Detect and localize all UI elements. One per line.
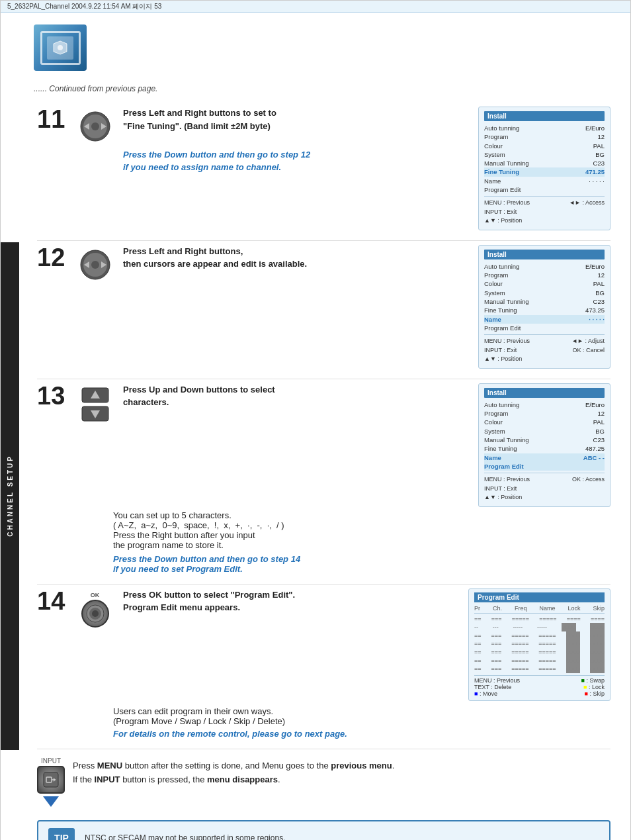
- left-right-remote-icon: [79, 110, 112, 143]
- step-13-instr: Press the Right button after you input: [113, 530, 610, 540]
- step-13-left: 13 Press Up and Down buttons to select c…: [37, 383, 458, 423]
- step-14-title: Press OK button to select "Program Edit"…: [123, 590, 295, 600]
- continued-text: ...... Continued from previous page.: [1, 77, 630, 107]
- row-13-fine-tuning: Fine Tuning487.25: [484, 444, 605, 453]
- row-13-name: NameABC - -: [484, 453, 605, 462]
- row-colour: ColourPAL: [484, 142, 605, 150]
- prog-row-3: ===============■■■■■■■■: [474, 631, 605, 640]
- row-autotuning: Auto tunningE/Euro: [484, 124, 605, 132]
- row-12-colour: ColourPAL: [484, 279, 605, 288]
- row-13-program-edit: Program Edit: [484, 462, 605, 471]
- ok-btn: [81, 600, 109, 628]
- install-screen-13: Install Auto tunningE/Euro Program12 Col…: [478, 383, 610, 507]
- step-13-text: Press Up and Down buttons to select char…: [123, 383, 458, 409]
- step-12-screen: Install Auto tunningE/Euro Program12 Col…: [472, 245, 610, 369]
- prog-row-1: =======================: [474, 615, 605, 624]
- row-13-manual-tuning: Manual TunningC23: [484, 436, 605, 444]
- step-14-row: 14 OK: [37, 588, 610, 701]
- prog-footer-row-2: TEXT : Delete■ : Lock: [474, 684, 605, 690]
- svg-point-17: [92, 610, 99, 617]
- step-11-icon: [77, 110, 113, 143]
- step-13-row: 13 Press Up and Down buttons to select c…: [37, 383, 610, 507]
- prog-row-5: ===============■■■■■■■■: [474, 648, 605, 657]
- step-14-icon: OK: [77, 592, 113, 628]
- prog-header: PrCh.FreqNameLockSkip: [474, 605, 605, 614]
- channel-setup-label: CHANNEL SETUP: [7, 455, 14, 537]
- step-11-screen: Install Auto tunningE/Euro Program12 Col…: [472, 107, 610, 230]
- divider-11-12: [37, 240, 610, 241]
- row-12-fine-tuning: Fine Tuning473.25: [484, 306, 605, 314]
- row-program: Program12: [484, 132, 605, 141]
- main-content: 11 Press Left: [1, 107, 630, 840]
- logo-area: [1, 13, 630, 77]
- step-14-subtitle: Program Edit menu appears.: [123, 602, 240, 612]
- install-screen-12: Install Auto tunningE/Euro Program12 Col…: [478, 245, 610, 369]
- screen-12-title: Install: [484, 250, 605, 259]
- logo-box: [34, 24, 87, 71]
- step-13-body-text: You can set up to 5 characters.: [113, 510, 610, 520]
- row-12-program: Program12: [484, 271, 605, 279]
- step-11-left: 11 Press Left: [37, 107, 458, 174]
- step-11-section: 11 Press Left: [37, 107, 610, 230]
- row-program-edit: Program Edit: [484, 185, 605, 194]
- svg-point-10: [91, 261, 99, 269]
- ok-btn-svg: [86, 604, 105, 623]
- step-12-row: 12 Press Left and Right buttons, then cu…: [37, 245, 610, 369]
- row-12-system: SystemBG: [484, 289, 605, 297]
- ok-label: OK: [91, 592, 100, 598]
- step-13-note: Press the Down button and then go to ste…: [113, 554, 610, 574]
- step-12-section: 12 Press Left and Right buttons, then cu…: [37, 245, 610, 369]
- final-input-text: Press MENU button after the setting is d…: [73, 759, 610, 787]
- step-13-subtitle: characters.: [123, 397, 169, 407]
- row-12-program-edit: Program Edit: [484, 324, 605, 332]
- step-11-note: Press the Down button and then go to ste…: [123, 148, 458, 174]
- step-12-number: 12: [37, 245, 70, 270]
- step-14-text: Press OK button to select "Program Edit"…: [123, 588, 448, 614]
- row-fine-tuning: Fine Tuning471.25: [484, 167, 605, 176]
- step-14-body: Users can edit program in their own ways…: [113, 706, 610, 739]
- install-screen-11: Install Auto tunningE/Euro Program12 Col…: [478, 107, 610, 230]
- step-14-body-text2: (Program Move / Swap / Lock / Skip / Del…: [113, 716, 610, 726]
- step-12-title: Press Left and Right buttons,: [123, 246, 243, 256]
- step-13-icon: [77, 387, 113, 423]
- step-13-number: 13: [37, 383, 70, 408]
- logo-inner: [47, 36, 73, 60]
- step-14-screen: Program Edit PrCh.FreqNameLockSkip =====…: [462, 588, 610, 701]
- step-12-text: Press Left and Right buttons, then curso…: [123, 245, 458, 271]
- top-bar: 5_2632PAL_Channel 2004.9.22 11:54 AM 페이지…: [1, 1, 630, 13]
- prog-row-4: ===============■■■■■■■■: [474, 639, 605, 648]
- step-13-screen: Install Auto tunningE/Euro Program12 Col…: [472, 383, 610, 507]
- row-13-program: Program12: [484, 409, 605, 418]
- svg-point-0: [58, 45, 63, 50]
- screen-11-title: Install: [484, 111, 605, 121]
- screen-11-footer: MENU : Previous◄► : Access INPUT : Exit …: [484, 199, 605, 226]
- input-label-box: INPUT: [37, 757, 65, 807]
- row-12-manual-tuning: Manual TunningC23: [484, 297, 605, 306]
- step-14-section: 14 OK: [37, 588, 610, 739]
- channel-setup-sidebar: CHANNEL SETUP: [1, 242, 19, 750]
- input-btn-icon: [37, 766, 65, 794]
- divider-final: [37, 749, 610, 749]
- step-14-left: 14 OK: [37, 588, 448, 628]
- row-13-colour: ColourPAL: [484, 418, 605, 426]
- row-12-name: Name· · · · ·: [484, 315, 605, 324]
- prog-row-6: ===============■■■■■■■■: [474, 657, 605, 665]
- input-label-text: INPUT: [41, 757, 61, 765]
- tip-box: TIP NTSC or SECAM may not be supported i…: [37, 820, 610, 840]
- screen-13-footer: MENU : PreviousOK : Access INPUT : Exit …: [484, 475, 605, 502]
- step-14-note: For details on the remote control, pleas…: [113, 729, 610, 739]
- step-12-subtitle: then cursors are appear and edit is avai…: [123, 259, 307, 269]
- step-11-subtitle: "Fine Tuning". (Band limit ±2M byte): [123, 121, 271, 131]
- step-12-left: 12 Press Left and Right buttons, then cu…: [37, 245, 458, 281]
- prog-footer-row-1: MENU : Previous■ : Swap: [474, 677, 605, 684]
- step-11-title: Press Left and Right buttons to set to: [123, 108, 276, 118]
- step-12-icon: [77, 248, 113, 281]
- step-13-instr2: the program name to store it.: [113, 540, 610, 550]
- divider-12-13: [37, 379, 610, 379]
- prog-screen-title: Program Edit: [474, 592, 605, 602]
- down-arrow-icon: [43, 796, 59, 807]
- screen-divider-12: [484, 334, 605, 335]
- row-name: Name· · · · ·: [484, 177, 605, 185]
- updown-btn-icon-13: [79, 387, 112, 423]
- row-13-autotuning: Auto tunningE/Euro: [484, 400, 605, 409]
